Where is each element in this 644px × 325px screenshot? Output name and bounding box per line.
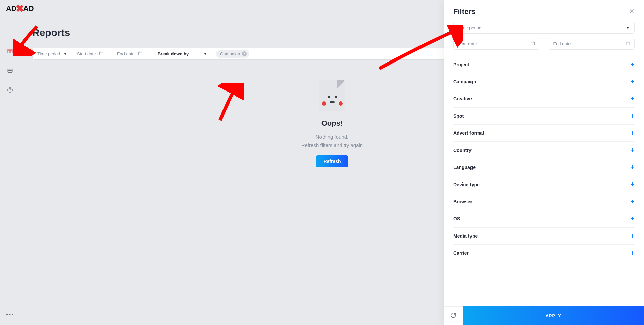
- filter-row-label: Device type: [453, 182, 480, 187]
- filter-row[interactable]: Device type+: [453, 176, 635, 193]
- filter-start-date-label: Start date: [458, 41, 477, 46]
- time-period-label: Time period: [37, 51, 60, 56]
- svg-rect-1: [8, 69, 12, 73]
- filter-row-label: Creative: [453, 96, 472, 101]
- calendar-icon[interactable]: [99, 51, 104, 57]
- filter-end-date-input[interactable]: End date: [549, 38, 635, 50]
- breakdown-label: Break down by: [158, 51, 189, 56]
- plus-icon[interactable]: +: [630, 232, 635, 240]
- nav-help-icon[interactable]: [7, 87, 13, 93]
- filter-row[interactable]: Creative+: [453, 90, 635, 107]
- filter-row-label: Browser: [453, 199, 472, 204]
- filter-row[interactable]: Spot+: [453, 107, 635, 124]
- logo-right: AD: [23, 4, 34, 13]
- nav-reports-icon[interactable]: [7, 48, 13, 54]
- logo-x-icon: ✖: [16, 3, 24, 14]
- filter-row[interactable]: Media type+: [453, 227, 635, 244]
- filter-row-label: Language: [453, 165, 476, 170]
- filter-date-row: Start date – End date: [453, 38, 635, 50]
- logo-left: AD: [6, 4, 16, 13]
- caret-down-icon: ▼: [626, 26, 630, 30]
- caret-down-icon: ▼: [63, 52, 67, 56]
- logo: AD ✖ AD: [6, 3, 34, 14]
- filter-end-date-label: End date: [553, 41, 571, 46]
- caret-down-icon: ▼: [203, 52, 207, 56]
- empty-text: Nothing found. Refresh filters and try a…: [301, 133, 363, 149]
- filters-header: Filters ✕: [444, 0, 644, 22]
- start-date-input[interactable]: Start date: [77, 51, 96, 56]
- filter-row[interactable]: Country+: [453, 141, 635, 159]
- apply-filters-button[interactable]: APPLY: [463, 306, 644, 325]
- filter-time-period-label: Time period: [458, 25, 481, 30]
- plus-icon[interactable]: +: [630, 215, 635, 222]
- filter-row-label: Media type: [453, 233, 478, 239]
- refresh-button[interactable]: Refresh: [316, 155, 348, 167]
- filter-row-label: Carrier: [453, 250, 469, 256]
- filter-start-date-input[interactable]: Start date: [453, 38, 539, 50]
- filter-row[interactable]: Carrier+: [453, 244, 635, 261]
- plus-icon[interactable]: +: [630, 181, 635, 188]
- reset-filters-button[interactable]: [444, 306, 463, 325]
- calendar-icon: [626, 41, 630, 47]
- plus-icon[interactable]: +: [630, 61, 635, 68]
- svg-rect-0: [8, 49, 12, 53]
- empty-line1: Nothing found.: [301, 133, 363, 141]
- plus-icon[interactable]: +: [630, 198, 635, 205]
- plus-icon[interactable]: +: [630, 249, 635, 257]
- chip-label: Campaign: [220, 51, 240, 56]
- filters-title: Filters: [453, 7, 476, 16]
- svg-rect-3: [100, 52, 103, 55]
- filter-row[interactable]: Advert format+: [453, 124, 635, 141]
- filters-body: Time period ▼ Start date – End date Proj…: [444, 22, 644, 306]
- empty-title: Oops!: [321, 119, 343, 128]
- filter-row-label: Campaign: [453, 79, 476, 84]
- close-icon: ✕: [629, 8, 635, 15]
- empty-line2: Refresh filters and try again: [301, 141, 363, 149]
- date-range-cell: Start date – End date: [72, 48, 153, 60]
- svg-rect-6: [626, 42, 630, 45]
- chip-campaign[interactable]: Campaign ✕: [216, 50, 249, 58]
- empty-illustration: [319, 80, 345, 111]
- filter-row[interactable]: Project+: [453, 56, 635, 73]
- plus-icon[interactable]: +: [630, 147, 635, 154]
- plus-icon[interactable]: +: [630, 78, 635, 85]
- plus-icon[interactable]: +: [630, 129, 635, 137]
- filter-row[interactable]: Language+: [453, 159, 635, 176]
- filter-row-label: Project: [453, 62, 469, 67]
- filter-row-label: Country: [453, 148, 472, 153]
- filters-footer: APPLY: [444, 306, 644, 325]
- filter-row[interactable]: OS+: [453, 210, 635, 227]
- calendar-icon[interactable]: [138, 51, 143, 57]
- filter-date-separator: –: [543, 41, 546, 47]
- breakdown-select[interactable]: Break down by ▼: [153, 48, 212, 60]
- refresh-icon: [450, 312, 456, 320]
- svg-rect-4: [138, 52, 142, 55]
- nav-stats-icon[interactable]: [7, 28, 13, 35]
- nav-billing-icon[interactable]: [7, 67, 13, 74]
- svg-rect-5: [531, 42, 534, 45]
- plus-icon[interactable]: +: [630, 164, 635, 171]
- filter-row-label: OS: [453, 216, 460, 221]
- filter-time-period-select[interactable]: Time period ▼: [453, 22, 635, 34]
- filter-row-label: Advert format: [453, 130, 484, 136]
- end-date-input[interactable]: End date: [117, 51, 135, 56]
- time-period-select[interactable]: Time period ▼: [32, 48, 72, 60]
- calendar-icon: [530, 41, 535, 47]
- filters-panel: Filters ✕ Time period ▼ Start date – End…: [444, 0, 644, 325]
- filter-row[interactable]: Browser+: [453, 193, 635, 210]
- filter-row[interactable]: Campaign+: [453, 73, 635, 90]
- plus-icon[interactable]: +: [630, 95, 635, 103]
- sidebar: •••: [0, 17, 20, 325]
- close-filters-button[interactable]: ✕: [629, 7, 635, 15]
- filter-row-label: Spot: [453, 113, 464, 119]
- nav-more-icon[interactable]: •••: [6, 311, 14, 318]
- plus-icon[interactable]: +: [630, 112, 635, 120]
- chip-remove-icon[interactable]: ✕: [242, 51, 247, 56]
- date-range-separator: –: [107, 51, 113, 56]
